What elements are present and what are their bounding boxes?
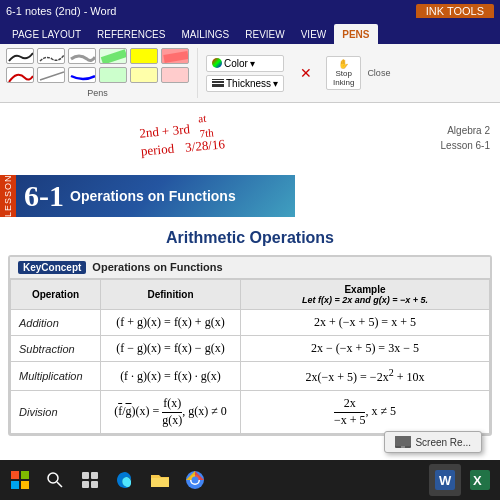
svg-rect-2 — [11, 471, 19, 479]
color-icon — [212, 58, 222, 68]
title-bar: 6-1 notes (2nd) - Word INK TOOLS — [0, 0, 500, 22]
op-def-0: (f + g)(x) = f(x) + g(x) — [101, 310, 241, 336]
pen-swatch-11[interactable] — [130, 67, 158, 83]
svg-rect-1 — [401, 446, 405, 448]
word-taskbar-button[interactable]: W — [429, 464, 461, 496]
handwriting-line1: 2nd + 3rd — [139, 121, 191, 140]
pen-swatch-5[interactable] — [130, 48, 158, 64]
screen-icon — [395, 436, 411, 448]
pen-row-1 — [6, 48, 189, 64]
lesson-label: LESSON — [0, 175, 16, 217]
op-name-3: Division — [11, 391, 101, 434]
ribbon-content: Pens Color ▾ Thickness ▾ ✕ — [0, 44, 500, 102]
op-name-2: Multiplication — [11, 362, 101, 391]
svg-rect-0 — [395, 436, 411, 446]
edge-button[interactable] — [109, 464, 141, 496]
color-button[interactable]: Color ▾ — [206, 55, 284, 72]
algebra-label-line1: Algebra 2 — [441, 123, 490, 138]
table-header-row: Operation Definition Example Let f(x) = … — [11, 280, 490, 310]
ribbon-tab-bar: PAGE LAYOUT REFERENCES MAILINGS REVIEW V… — [0, 22, 500, 44]
svg-rect-3 — [21, 471, 29, 479]
op-example-3: 2x −x + 5 , x ≠ 5 — [241, 391, 490, 434]
key-label: KeyConcept — [18, 261, 86, 274]
algebra-label-line2: Lesson 6-1 — [441, 138, 490, 153]
pen-swatch-1[interactable] — [6, 48, 34, 64]
taskbar: W X — [0, 460, 500, 500]
svg-text:X: X — [473, 473, 482, 488]
op-example-1: 2x − (−x + 5) = 3x − 5 — [241, 336, 490, 362]
lesson-title: Operations on Functions — [70, 188, 236, 204]
tab-view[interactable]: VIEW — [293, 24, 335, 44]
document-title: 6-1 notes (2nd) - Word — [6, 5, 416, 17]
pen-swatch-8[interactable] — [37, 67, 65, 83]
svg-rect-5 — [21, 481, 29, 489]
file-explorer-button[interactable] — [144, 464, 176, 496]
op-def-2: (f · g)(x) = f(x) · g(x) — [101, 362, 241, 391]
table-row: Division (f/g)(x) = f(x) g(x) , g(x) ≠ 0… — [11, 391, 490, 434]
op-def-3: (f/g)(x) = f(x) g(x) , g(x) ≠ 0 — [101, 391, 241, 434]
table-row: Multiplication(f · g)(x) = f(x) · g(x)2x… — [11, 362, 490, 391]
section-title: Arithmetic Operations — [0, 229, 500, 247]
ribbon: PAGE LAYOUT REFERENCES MAILINGS REVIEW V… — [0, 22, 500, 103]
tab-references[interactable]: REFERENCES — [89, 24, 173, 44]
screen-re-popup: Screen Re... — [384, 431, 482, 453]
handwriting-annotation: 2nd + 3rd at 7th period 3/28/16 — [139, 117, 226, 161]
close-group: ✕ — [296, 65, 316, 81]
search-button[interactable] — [39, 464, 71, 496]
tab-mailings[interactable]: MAILINGS — [173, 24, 237, 44]
thickness-button[interactable]: Thickness ▾ — [206, 75, 284, 92]
document-area: 2nd + 3rd at 7th period 3/28/16 Algebra … — [0, 103, 500, 493]
stop-inking-label-line1: Stop — [335, 69, 351, 78]
svg-rect-8 — [82, 472, 89, 479]
tab-page-layout[interactable]: PAGE LAYOUT — [4, 24, 89, 44]
excel-taskbar-button[interactable]: X — [464, 464, 496, 496]
pen-swatch-2[interactable] — [37, 48, 65, 64]
start-button[interactable] — [4, 464, 36, 496]
op-name-1: Subtraction — [11, 336, 101, 362]
key-concept-box: KeyConcept Operations on Functions Opera… — [8, 255, 492, 436]
task-view-button[interactable] — [74, 464, 106, 496]
col-header-example: Example Let f(x) = 2x and g(x) = −x + 5. — [241, 280, 490, 310]
tab-review[interactable]: REVIEW — [237, 24, 292, 44]
example-header-text: Example — [247, 284, 483, 295]
pen-swatch-9[interactable] — [68, 67, 96, 83]
op-name-0: Addition — [11, 310, 101, 336]
key-concept-header: KeyConcept Operations on Functions — [10, 257, 490, 279]
color-chevron: ▾ — [250, 58, 255, 69]
color-thickness-group: Color ▾ Thickness ▾ — [206, 55, 284, 92]
col-header-operation: Operation — [11, 280, 101, 310]
pens-group: Pens — [6, 48, 198, 98]
col-header-definition: Definition — [101, 280, 241, 310]
operations-table: Operation Definition Example Let f(x) = … — [10, 279, 490, 434]
thickness-chevron: ▾ — [273, 78, 278, 89]
handwriting-at7th: at 7th — [198, 109, 225, 142]
example-subtext: Let f(x) = 2x and g(x) = −x + 5. — [247, 295, 483, 305]
table-row: Subtraction(f − g)(x) = f(x) − g(x)2x − … — [11, 336, 490, 362]
close-button[interactable]: ✕ — [296, 65, 316, 81]
pen-swatch-7[interactable] — [6, 67, 34, 83]
svg-line-7 — [57, 482, 62, 487]
svg-text:W: W — [439, 473, 452, 488]
pen-swatch-4[interactable] — [99, 48, 127, 64]
pen-swatch-12[interactable] — [161, 67, 189, 83]
stop-inking-button[interactable]: ✋ Stop Inking — [326, 56, 361, 90]
stop-inking-icon: ✋ — [338, 59, 349, 69]
key-concept-title: Operations on Functions — [92, 261, 222, 274]
pen-row-2 — [6, 67, 189, 83]
close-label: Close — [367, 68, 390, 78]
chrome-button[interactable] — [179, 464, 211, 496]
svg-rect-9 — [91, 472, 98, 479]
pen-swatch-3[interactable] — [68, 48, 96, 64]
pen-swatch-10[interactable] — [99, 67, 127, 83]
lesson-number: 6-1 — [16, 179, 70, 213]
svg-rect-11 — [91, 481, 98, 488]
thickness-icon — [212, 79, 224, 87]
svg-rect-4 — [11, 481, 19, 489]
pen-swatch-6[interactable] — [161, 48, 189, 64]
op-def-1: (f − g)(x) = f(x) − g(x) — [101, 336, 241, 362]
thickness-label: Thickness — [226, 78, 271, 89]
tab-pens[interactable]: PENS — [334, 24, 377, 44]
pens-group-label: Pens — [87, 88, 108, 98]
ink-tools-tab[interactable]: INK TOOLS — [416, 4, 494, 18]
popup-label: Screen Re... — [415, 437, 471, 448]
